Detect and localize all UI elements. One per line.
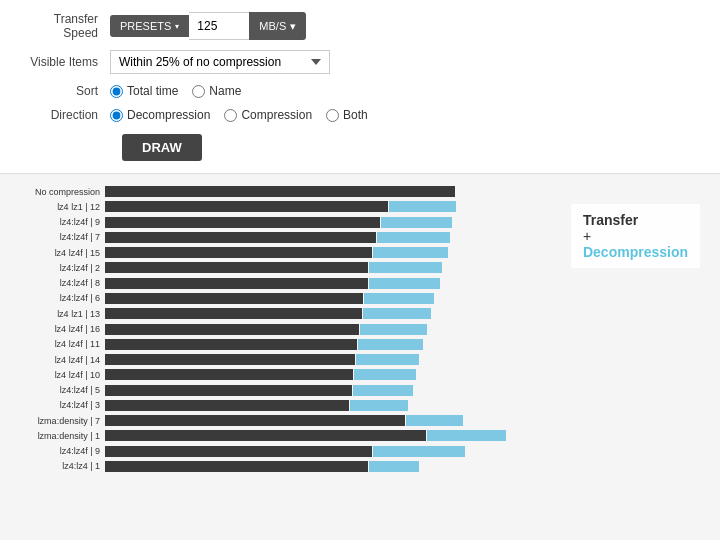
sort-total-time-radio[interactable]: [110, 85, 123, 98]
direction-both-option[interactable]: Both: [326, 108, 368, 122]
bar-light: [350, 400, 408, 411]
chart-bars: Transfer + Decompression: [105, 184, 720, 474]
direction-compression-label: Compression: [241, 108, 312, 122]
direction-compression-radio[interactable]: [224, 109, 237, 122]
chart-label: lz4:lz4f | 8: [0, 276, 105, 291]
chart-label: No compression: [0, 184, 105, 199]
bar-dark: [105, 232, 376, 243]
visible-items-row: Visible Items Within 25% of no compressi…: [20, 50, 700, 74]
bar-light: [369, 262, 442, 273]
bar-light: [377, 232, 450, 243]
legend-overlay: Transfer + Decompression: [571, 204, 700, 268]
bar-light: [381, 217, 452, 228]
bar-light: [427, 430, 506, 441]
sort-row: Sort Total time Name: [20, 84, 700, 98]
chart-label: lz4:lz4f | 7: [0, 230, 105, 245]
chart-label: lz4:lz4 | 1: [0, 459, 105, 474]
bar-light: [353, 385, 413, 396]
transfer-speed-row: Transfer Speed PRESETS ▾ MB/S ▾: [20, 12, 700, 40]
sort-radio-group: Total time Name: [110, 84, 241, 98]
chart-label: lz4 lz4f | 16: [0, 321, 105, 336]
bar-row: [105, 382, 720, 397]
direction-decompression-radio[interactable]: [110, 109, 123, 122]
chart-label: lz4 lz1 | 13: [0, 306, 105, 321]
sort-label: Sort: [20, 84, 110, 98]
speed-group: PRESETS ▾ MB/S ▾: [110, 12, 306, 40]
bar-row: [105, 306, 720, 321]
direction-radio-group: Decompression Compression Both: [110, 108, 368, 122]
chart-label: lz4:lz4f | 6: [0, 291, 105, 306]
sort-total-time-option[interactable]: Total time: [110, 84, 178, 98]
bar-dark: [105, 339, 357, 350]
bar-dark: [105, 308, 362, 319]
chart-label: lz4:lz4f | 9: [0, 215, 105, 230]
bar-dark: [105, 247, 372, 258]
bar-row: [105, 413, 720, 428]
bar-row: [105, 459, 720, 474]
legend-plus: +: [583, 228, 688, 244]
bar-row: [105, 321, 720, 336]
direction-compression-option[interactable]: Compression: [224, 108, 312, 122]
bar-row: [105, 291, 720, 306]
chart-label: lz4 lz4f | 14: [0, 352, 105, 367]
unit-label: MB/S: [259, 20, 286, 32]
presets-button[interactable]: PRESETS ▾: [110, 15, 189, 37]
bar-row: [105, 276, 720, 291]
legend-subtitle: Decompression: [583, 244, 688, 260]
sort-name-radio[interactable]: [192, 85, 205, 98]
sort-total-time-label: Total time: [127, 84, 178, 98]
bar-dark: [105, 217, 380, 228]
transfer-speed-label: Transfer Speed: [20, 12, 110, 40]
chart-label: lz4 lz1 | 12: [0, 199, 105, 214]
bar-dark: [105, 324, 359, 335]
direction-decompression-label: Decompression: [127, 108, 210, 122]
bar-light: [373, 446, 465, 457]
direction-label: Direction: [20, 108, 110, 122]
bar-dark: [105, 446, 372, 457]
direction-decompression-option[interactable]: Decompression: [110, 108, 210, 122]
sort-name-label: Name: [209, 84, 241, 98]
bar-dark: [105, 278, 368, 289]
bar-dark: [105, 461, 368, 472]
bar-light: [363, 308, 431, 319]
chart-label: lzma:density | 1: [0, 428, 105, 443]
bar-row: [105, 444, 720, 459]
bar-light: [358, 339, 423, 350]
bar-row: [105, 184, 720, 199]
direction-both-radio[interactable]: [326, 109, 339, 122]
direction-row: Direction Decompression Compression Both: [20, 108, 700, 122]
bar-light: [373, 247, 448, 258]
bar-dark: [105, 186, 455, 197]
legend-title: Transfer: [583, 212, 688, 228]
bar-dark: [105, 415, 405, 426]
visible-items-label: Visible Items: [20, 55, 110, 69]
bar-dark: [105, 293, 363, 304]
chart-label: lz4 lz4f | 15: [0, 245, 105, 260]
visible-items-select[interactable]: Within 25% of no compression: [110, 50, 330, 74]
chart-label: lzma:density | 7: [0, 413, 105, 428]
bar-light: [356, 354, 419, 365]
sort-name-option[interactable]: Name: [192, 84, 241, 98]
controls-panel: Transfer Speed PRESETS ▾ MB/S ▾ Visible …: [0, 0, 720, 174]
chart-label: lz4:lz4f | 3: [0, 398, 105, 413]
chart-label: lz4:lz4f | 5: [0, 382, 105, 397]
bar-row: [105, 352, 720, 367]
bar-light: [406, 415, 463, 426]
bar-light: [364, 293, 434, 304]
presets-arrow-icon: ▾: [175, 22, 179, 31]
draw-button[interactable]: DRAW: [122, 134, 202, 161]
chart-area: No compressionlz4 lz1 | 12lz4:lz4f | 9lz…: [0, 174, 720, 474]
direction-both-label: Both: [343, 108, 368, 122]
bar-row: [105, 337, 720, 352]
bar-dark: [105, 354, 355, 365]
bar-light: [360, 324, 427, 335]
bar-dark: [105, 430, 426, 441]
bar-light: [389, 201, 456, 212]
bar-dark: [105, 201, 388, 212]
unit-arrow-icon: ▾: [290, 20, 296, 33]
speed-input[interactable]: [189, 12, 249, 40]
chart-label: lz4:lz4f | 9: [0, 444, 105, 459]
unit-button[interactable]: MB/S ▾: [249, 12, 306, 40]
chart-label: lz4 lz4f | 11: [0, 337, 105, 352]
chart-label: lz4 lz4f | 10: [0, 367, 105, 382]
